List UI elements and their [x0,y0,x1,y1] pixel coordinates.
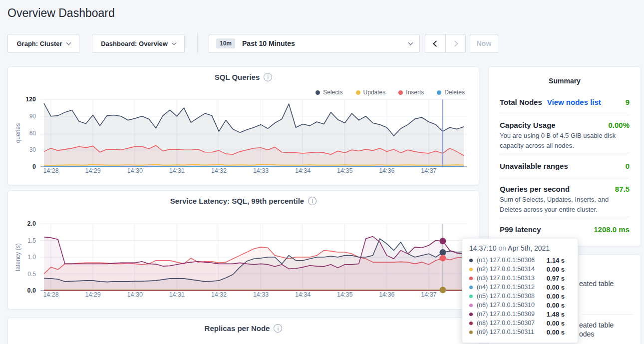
tooltip-node-row: (n8) 127.0.0.1:503070.00 s [469,319,571,328]
x-tick-label: 14:33 [253,291,269,298]
y-tick-label: 0.0 [27,287,36,294]
tooltip-node-row: (n9) 127.0.0.1:503110.00 s [469,328,571,337]
sql-queries-chart[interactable]: 030609012014:2814:2914:3014:3114:3214:33… [8,67,480,186]
x-tick-label: 14:35 [337,291,352,298]
event-row-fragment[interactable]: eated table [579,321,614,329]
y-tick-label: 90 [29,113,36,120]
x-tick-label: 14:34 [295,167,311,174]
service-latency-chart[interactable]: 0.00.51.01.52.014:2814:2914:3014:3114:32… [8,191,480,310]
qps-description: Sum of Selects, Updates, Inserts, and De… [500,195,630,215]
summary-divider [500,217,630,217]
page-title: Overview Dashboard [7,6,115,20]
node-color-dot-icon [469,268,473,271]
hover-point-dot [439,255,446,262]
dashboard-dropdown[interactable]: Dashboard: Overview [92,34,185,53]
x-tick-label: 14:36 [379,291,394,298]
tooltip-node-address: (n6) 127.0.0.1:50310 [477,302,535,309]
y-tick-label: 30 [29,146,36,153]
tooltip-node-address: (n1) 127.0.0.1:50306 [477,257,535,264]
tooltip-node-row: (n1) 127.0.0.1:503061.14 s [469,256,571,265]
tooltip-node-address: (n7) 127.0.0.1:50309 [477,311,535,318]
p99-latency-label: P99 latency [500,225,541,234]
x-tick-label: 14:34 [295,291,311,298]
x-tick-label: 14:29 [85,291,100,298]
node-color-dot-icon [469,313,473,316]
replicas-per-node-card: Replicas per Node i [7,318,479,344]
node-color-dot-icon [469,277,473,280]
tooltip-node-value: 0.00 s [547,302,571,309]
event-row-fragment[interactable]: eated table [579,280,614,288]
unavailable-ranges-label: Unavailable ranges [500,162,568,170]
tooltip-node-value: 0.00 s [547,284,571,291]
capacity-usage-label: Capacity Usage [500,121,556,129]
tooltip-node-address: (n8) 127.0.0.1:50307 [477,320,535,327]
hover-point-dot [439,238,446,244]
y-axis-unit-label: queries [14,123,21,143]
time-back-button[interactable] [425,34,445,52]
summary-row-p99: P99 latency 1208.0 ms [500,225,630,234]
unavailable-ranges-value: 0 [626,162,630,170]
tooltip-node-value: 0.00 s [547,320,571,327]
tooltip-node-value: 0.00 s [547,293,571,300]
summary-row-unavailable-ranges: Unavailable ranges 0 [500,162,630,170]
x-tick-label: 14:36 [379,167,394,174]
time-range-selector[interactable]: 10m Past 10 Minutes [209,34,420,53]
info-icon[interactable]: i [274,324,282,333]
y-tick-label: 2.0 [27,220,36,227]
tooltip-node-row: (n3) 127.0.0.1:503130.97 s [469,274,571,283]
x-tick-label: 14:31 [169,167,185,174]
node-color-dot-icon [469,295,473,298]
total-nodes-value: 9 [626,98,630,106]
events-divider [582,314,633,315]
graph-dropdown[interactable]: Graph: Cluster [7,34,79,53]
node-color-dot-icon [469,331,473,334]
node-color-dot-icon [469,259,473,262]
x-tick-label: 14:32 [211,291,227,298]
time-forward-button[interactable] [445,34,465,52]
graph-dropdown-label: Graph: Cluster [16,40,62,47]
time-range-badge: 10m [216,38,235,48]
tooltip-node-value: 0.97 s [547,275,571,282]
node-color-dot-icon [469,304,473,307]
total-nodes-label: Total Nodes [500,98,542,106]
y-axis-unit-label: latency (s) [14,243,21,271]
tooltip-node-value: 1.14 s [547,257,571,264]
now-button[interactable]: Now [470,34,498,53]
replicas-per-node-title: Replicas per Node [205,324,270,333]
x-tick-label: 14:32 [211,167,227,174]
summary-divider [500,115,630,115]
event-row-fragment[interactable]: odes [579,330,594,338]
y-tick-label: 0.5 [27,271,36,278]
chevron-down-icon [171,40,176,45]
summary-row-capacity: Capacity Usage 0.00% [500,121,630,129]
chart-hover-tooltip: 14:37:10 on Apr 5th, 2021 (n1) 127.0.0.1… [462,238,578,343]
queries-per-second-label: Queries per second [500,185,570,193]
x-tick-label: 14:37 [421,167,436,174]
x-tick-label: 14:30 [127,167,143,174]
summary-row-qps: Queries per second 87.5 [500,185,630,193]
x-tick-label: 14:35 [337,167,352,174]
time-range-label: Past 10 Minutes [242,39,295,47]
tooltip-time: 14:37:10 [469,244,497,252]
time-nav-group [425,34,466,53]
summary-title: Summary [489,77,641,85]
view-nodes-list-link[interactable]: View nodes list [547,98,601,106]
summary-divider [500,178,630,178]
summary-row-total-nodes: Total Nodes View nodes list 9 [500,98,630,106]
x-tick-label: 14:33 [253,167,269,174]
tooltip-date: Apr 5th, 2021 [508,244,550,252]
tooltip-node-address: (n9) 127.0.0.1:50311 [477,329,534,336]
sql-queries-card: SQL Queries i SelectsUpdatesInsertsDelet… [7,66,479,185]
tooltip-node-row: (n4) 127.0.0.1:503120.00 s [469,283,571,292]
tooltip-rows: (n1) 127.0.0.1:503061.14 s(n2) 127.0.0.1… [469,256,571,337]
node-color-dot-icon [469,322,473,325]
service-latency-card: Service Latency: SQL, 99th percentile i … [7,190,479,310]
chevron-left-icon [433,40,439,47]
x-tick-label: 14:28 [43,291,58,298]
hover-point-dot [439,287,446,293]
tooltip-node-row: (n6) 127.0.0.1:503100.00 s [469,301,571,310]
chevron-right-icon [452,40,458,47]
y-tick-label: 1.0 [27,254,36,261]
x-tick-label: 14:29 [85,167,100,174]
overview-dashboard-page: Overview Dashboard Graph: Cluster Dashbo… [0,0,644,344]
